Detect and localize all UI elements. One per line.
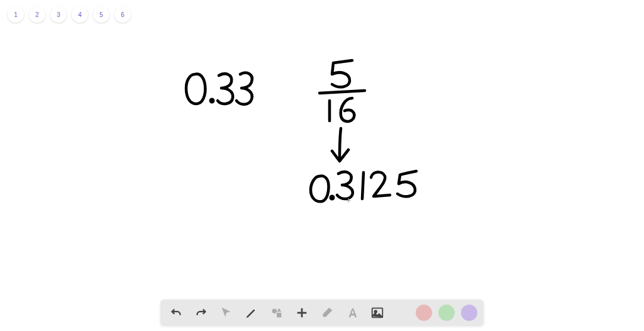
stroke-five-2 bbox=[397, 171, 416, 196]
stroke-arrow-shaft bbox=[340, 128, 341, 159]
svg-point-3 bbox=[374, 310, 377, 313]
stroke-two bbox=[371, 172, 390, 196]
stroke-three-a bbox=[218, 74, 233, 104]
toolbar bbox=[160, 300, 484, 326]
drawing-canvas[interactable] bbox=[0, 0, 644, 331]
stroke-three-b bbox=[236, 73, 252, 104]
stroke-dot-1 bbox=[211, 99, 213, 102]
svg-rect-1 bbox=[277, 313, 281, 317]
shapes-tool[interactable] bbox=[267, 303, 286, 322]
stroke-six-1 bbox=[341, 98, 355, 121]
canvas-cursor: + bbox=[346, 195, 351, 205]
pointer-tool[interactable] bbox=[217, 303, 236, 322]
stroke-five bbox=[332, 60, 352, 87]
add-tool[interactable] bbox=[292, 303, 311, 322]
color-black[interactable] bbox=[393, 305, 409, 321]
text-tool[interactable] bbox=[343, 303, 362, 322]
stroke-zero-2 bbox=[311, 176, 329, 201]
stroke-fraction-bar bbox=[319, 91, 365, 93]
image-tool[interactable] bbox=[368, 303, 387, 322]
eraser-tool[interactable] bbox=[318, 303, 336, 322]
stroke-zero-1 bbox=[186, 74, 205, 104]
svg-point-0 bbox=[272, 309, 277, 313]
color-pink[interactable] bbox=[416, 305, 432, 321]
color-green[interactable] bbox=[438, 305, 455, 321]
color-purple[interactable] bbox=[461, 305, 477, 321]
redo-button[interactable] bbox=[192, 303, 211, 322]
stroke-one-2 bbox=[362, 172, 364, 199]
undo-button[interactable] bbox=[167, 303, 186, 322]
stroke-dot-2 bbox=[331, 196, 333, 199]
pen-tool[interactable] bbox=[242, 303, 261, 322]
